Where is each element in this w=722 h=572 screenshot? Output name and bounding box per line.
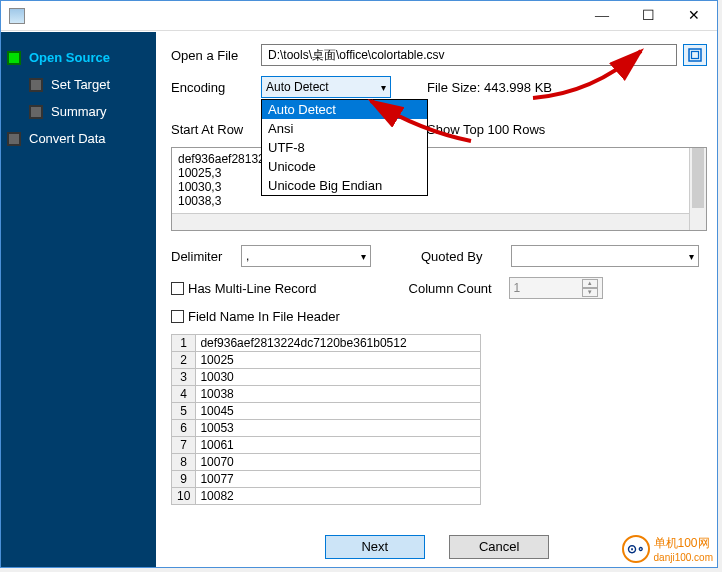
- open-file-label: Open a File: [171, 48, 261, 63]
- encoding-option[interactable]: Auto Detect: [262, 100, 427, 119]
- multiline-label: Has Multi-Line Record: [188, 281, 317, 296]
- chevron-down-icon: ▾: [361, 251, 366, 262]
- row-header: 8: [172, 454, 196, 471]
- row-header: 4: [172, 386, 196, 403]
- table-row[interactable]: 710061: [172, 437, 481, 454]
- step-indicator-icon: [29, 78, 43, 92]
- delimiter-label: Delimiter: [171, 249, 241, 264]
- nav-set-target[interactable]: Set Target: [1, 71, 156, 98]
- cell[interactable]: 10077: [196, 471, 481, 488]
- content-pane: Open a File Encoding Auto Detect▾ Auto D…: [157, 32, 717, 567]
- encoding-option[interactable]: Ansi: [262, 119, 427, 138]
- encoding-combo[interactable]: Auto Detect▾ Auto Detect Ansi UTF-8 Unic…: [261, 76, 391, 98]
- table-row[interactable]: 610053: [172, 420, 481, 437]
- spin-down-icon[interactable]: ▼: [582, 288, 598, 297]
- quoted-by-label: Quoted By: [421, 249, 511, 264]
- cell[interactable]: 10030: [196, 369, 481, 386]
- row-header: 7: [172, 437, 196, 454]
- row-header: 2: [172, 352, 196, 369]
- header-label: Field Name In File Header: [188, 309, 340, 324]
- horizontal-scrollbar[interactable]: [172, 213, 689, 230]
- nav-open-source[interactable]: Open Source: [1, 44, 156, 71]
- vertical-scrollbar[interactable]: [689, 148, 706, 230]
- raw-preview-box[interactable]: def936aef281322 10025,3 10030,3 10038,3: [171, 147, 707, 231]
- table-row[interactable]: 410038: [172, 386, 481, 403]
- header-checkbox[interactable]: [171, 310, 184, 323]
- table-row[interactable]: 1def936aef2813224dc7120be361b0512: [172, 335, 481, 352]
- multiline-checkbox[interactable]: [171, 282, 184, 295]
- encoding-option[interactable]: Unicode: [262, 157, 427, 176]
- watermark: ⊙∘ 单机100网danji100.com: [622, 535, 713, 563]
- table-row[interactable]: 810070: [172, 454, 481, 471]
- chevron-down-icon: ▾: [689, 251, 694, 262]
- encoding-option[interactable]: Unicode Big Endian: [262, 176, 427, 195]
- show-top-label: Show Top 100 Rows: [427, 122, 545, 137]
- delimiter-combo[interactable]: ,▾: [241, 245, 371, 267]
- file-size-label: File Size: 443.998 KB: [427, 80, 552, 95]
- browse-button[interactable]: [683, 44, 707, 66]
- cell[interactable]: 10082: [196, 488, 481, 505]
- table-row[interactable]: 910077: [172, 471, 481, 488]
- app-window: — ☐ ✕ Open Source Set Target Summary Con…: [0, 0, 718, 568]
- table-row[interactable]: 1010082: [172, 488, 481, 505]
- cell[interactable]: 10053: [196, 420, 481, 437]
- row-header: 10: [172, 488, 196, 505]
- cell[interactable]: 10045: [196, 403, 481, 420]
- file-path-input[interactable]: [261, 44, 677, 66]
- cancel-button[interactable]: Cancel: [449, 535, 549, 559]
- close-button[interactable]: ✕: [671, 1, 717, 31]
- step-indicator-icon: [29, 105, 43, 119]
- row-header: 1: [172, 335, 196, 352]
- encoding-dropdown: Auto Detect Ansi UTF-8 Unicode Unicode B…: [261, 99, 428, 196]
- row-header: 3: [172, 369, 196, 386]
- wizard-sidebar: Open Source Set Target Summary Convert D…: [1, 32, 156, 567]
- spin-up-icon[interactable]: ▲: [582, 279, 598, 288]
- cell[interactable]: 10025: [196, 352, 481, 369]
- cell[interactable]: def936aef2813224dc7120be361b0512: [196, 335, 481, 352]
- maximize-button[interactable]: ☐: [625, 1, 671, 31]
- preview-grid[interactable]: 1def936aef2813224dc7120be361b05122100253…: [171, 334, 481, 505]
- table-row[interactable]: 310030: [172, 369, 481, 386]
- watermark-logo-icon: ⊙∘: [622, 535, 650, 563]
- encoding-option[interactable]: UTF-8: [262, 138, 427, 157]
- cell[interactable]: 10061: [196, 437, 481, 454]
- cell[interactable]: 10070: [196, 454, 481, 471]
- app-icon: [9, 8, 25, 24]
- svg-rect-1: [692, 52, 699, 59]
- column-count-spinner[interactable]: 1▲▼: [509, 277, 603, 299]
- column-count-label: Column Count: [409, 281, 509, 296]
- nav-convert-data[interactable]: Convert Data: [1, 125, 156, 152]
- row-header: 6: [172, 420, 196, 437]
- chevron-down-icon: ▾: [381, 82, 386, 93]
- start-row-label: Start At Row: [171, 122, 261, 137]
- svg-rect-0: [689, 49, 701, 61]
- table-row[interactable]: 210025: [172, 352, 481, 369]
- row-header: 5: [172, 403, 196, 420]
- browse-icon: [688, 48, 702, 62]
- step-indicator-icon: [7, 132, 21, 146]
- step-indicator-icon: [7, 51, 21, 65]
- cell[interactable]: 10038: [196, 386, 481, 403]
- titlebar: — ☐ ✕: [1, 1, 717, 31]
- encoding-label: Encoding: [171, 80, 261, 95]
- table-row[interactable]: 510045: [172, 403, 481, 420]
- row-header: 9: [172, 471, 196, 488]
- next-button[interactable]: Next: [325, 535, 425, 559]
- nav-summary[interactable]: Summary: [1, 98, 156, 125]
- quoted-by-combo[interactable]: ▾: [511, 245, 699, 267]
- minimize-button[interactable]: —: [579, 1, 625, 31]
